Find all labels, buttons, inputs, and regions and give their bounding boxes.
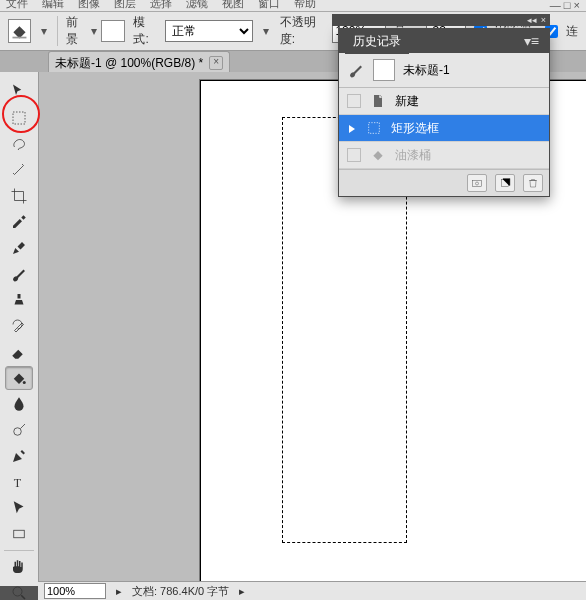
contiguous-label: 连: [566, 23, 578, 40]
status-bar: ▸ 文档: 786.4K/0 字节 ▸: [38, 581, 586, 600]
history-list: 新建 矩形选框 油漆桶: [339, 88, 549, 169]
eyedropper-tool[interactable]: [5, 210, 33, 234]
doc-tab-title: 未标题-1 @ 100%(RGB/8) *: [55, 55, 203, 72]
clone-stamp-tool[interactable]: [5, 288, 33, 312]
foreground-swatch[interactable]: [101, 20, 125, 42]
healing-brush-tool[interactable]: [5, 236, 33, 260]
opacity-label: 不透明度:: [280, 14, 325, 48]
brush-icon: [347, 61, 365, 79]
paint-bucket-tool[interactable]: [5, 366, 33, 390]
docinfo-label: 文档: 786.4K/0 字节: [132, 584, 229, 599]
rectangle-tool[interactable]: [5, 522, 33, 546]
svg-rect-6: [369, 123, 380, 134]
mode-label: 模式:: [133, 14, 157, 48]
history-snapshot[interactable]: 未标题-1: [339, 53, 549, 88]
history-row-bucket[interactable]: 油漆桶: [339, 142, 549, 169]
trash-icon[interactable]: [523, 174, 543, 192]
chevron-right-icon[interactable]: ▸: [239, 585, 245, 598]
history-label: 油漆桶: [395, 147, 431, 164]
close-icon[interactable]: ×: [209, 56, 223, 70]
magic-wand-tool[interactable]: [5, 158, 33, 182]
svg-rect-7: [473, 181, 482, 187]
snapshot-title: 未标题-1: [403, 62, 450, 79]
current-step-icon: [347, 123, 357, 133]
history-label: 矩形选框: [391, 120, 439, 137]
marquee-icon: [365, 119, 383, 137]
rect-marquee-tool[interactable]: [5, 106, 33, 130]
svg-text:T: T: [14, 476, 22, 490]
new-doc-icon: [369, 92, 387, 110]
menubar: 文件编辑 图像图层 选择滤镜 视图窗口 帮助 — □ ×: [0, 0, 586, 12]
current-tool-icon[interactable]: [8, 19, 31, 43]
chevron-down-icon: ▾: [261, 25, 271, 37]
crop-tool[interactable]: [5, 184, 33, 208]
zoom-input[interactable]: [44, 583, 106, 599]
collapse-icon[interactable]: ◂◂: [527, 15, 537, 25]
panel-footer: [339, 169, 549, 196]
chevron-right-icon[interactable]: ▸: [116, 585, 122, 598]
lasso-tool[interactable]: [5, 132, 33, 156]
svg-point-5: [13, 587, 22, 596]
close-panel-icon[interactable]: ×: [541, 15, 546, 25]
panel-tabs: 历史记录 ▾≡: [339, 29, 549, 53]
history-row-new[interactable]: 新建: [339, 88, 549, 115]
history-slot: [347, 94, 361, 108]
pen-tool[interactable]: [5, 444, 33, 468]
tool-preset-icon[interactable]: ▾: [39, 25, 49, 37]
paint-bucket-icon: [369, 146, 387, 164]
type-tool[interactable]: T: [5, 470, 33, 494]
panel-collapse-strip[interactable]: ◂◂ ×: [332, 14, 550, 26]
brush-tool[interactable]: [5, 262, 33, 286]
svg-point-1: [23, 381, 26, 384]
history-slot: [347, 148, 361, 162]
eraser-tool[interactable]: [5, 340, 33, 364]
dodge-tool[interactable]: [5, 418, 33, 442]
tool-palette: T: [0, 72, 39, 586]
history-panel: 历史记录 ▾≡ 未标题-1 新建 矩形选框 油漆桶: [338, 28, 550, 197]
path-select-tool[interactable]: [5, 496, 33, 520]
move-tool[interactable]: [5, 80, 33, 104]
svg-point-2: [14, 428, 22, 436]
mode-dropdown[interactable]: 正常: [165, 20, 253, 42]
panel-menu-icon[interactable]: ▾≡: [520, 33, 543, 49]
history-brush-tool[interactable]: [5, 314, 33, 338]
foreground-label: 前景: [66, 14, 87, 48]
history-label: 新建: [395, 93, 419, 110]
svg-rect-0: [13, 112, 25, 124]
fill-source-dropdown[interactable]: 前景 ▾: [66, 14, 125, 48]
camera-icon[interactable]: [467, 174, 487, 192]
history-row-marquee[interactable]: 矩形选框: [339, 115, 549, 142]
hand-tool[interactable]: [5, 555, 33, 579]
history-tab[interactable]: 历史记录: [345, 29, 409, 54]
snapshot-thumb: [373, 59, 395, 81]
new-layer-icon[interactable]: [495, 174, 515, 192]
blur-tool[interactable]: [5, 392, 33, 416]
zoom-tool[interactable]: [5, 581, 33, 600]
svg-point-8: [476, 182, 479, 185]
doc-tab[interactable]: 未标题-1 @ 100%(RGB/8) * ×: [48, 51, 230, 73]
svg-rect-4: [14, 530, 25, 538]
